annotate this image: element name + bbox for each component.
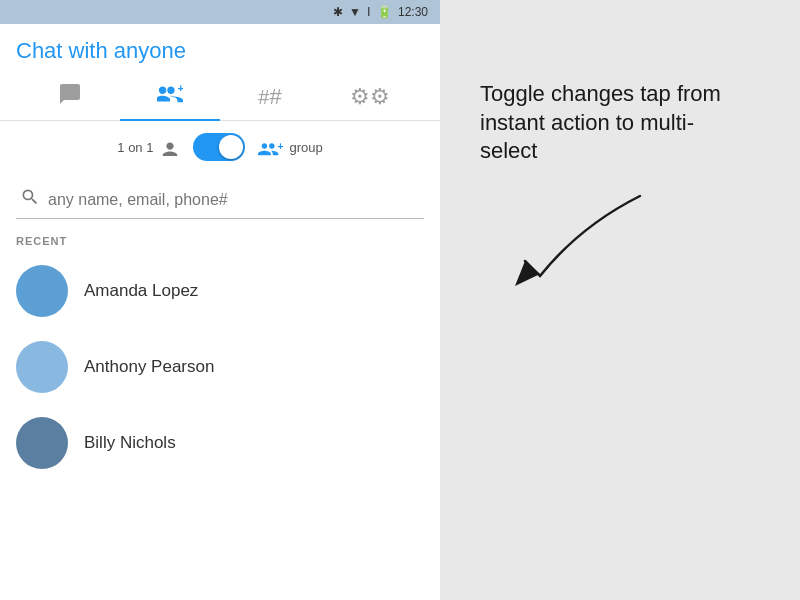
tab-chat[interactable]: [20, 72, 120, 120]
toggle-switch[interactable]: [193, 133, 245, 161]
hash-icon: #: [258, 84, 281, 110]
app-content: Chat with anyone + #: [0, 24, 440, 600]
settings-icon: ⚙: [350, 84, 390, 110]
contact-list: Amanda Lopez Anthony Pearson Billy Nicho…: [0, 253, 440, 600]
contact-name-amanda: Amanda Lopez: [84, 281, 198, 301]
svg-text:+: +: [278, 141, 284, 152]
annotation-text: Toggle changes tap from instant action t…: [480, 80, 740, 166]
status-bar: ✱ ▼ Ⅰ 🔋 12:30: [0, 0, 440, 24]
status-time: 12:30: [398, 5, 428, 19]
bluetooth-icon: ✱: [333, 5, 343, 19]
avatar-amanda: [16, 265, 68, 317]
search-bar: [16, 181, 424, 219]
annotation-panel: Toggle changes tap from instant action t…: [440, 0, 800, 600]
bars-icon: Ⅰ: [367, 5, 371, 19]
toggle-right-text: group: [289, 140, 322, 155]
recent-section-label: RECENT: [0, 223, 440, 253]
phone-panel: ✱ ▼ Ⅰ 🔋 12:30 Chat with anyone: [0, 0, 440, 600]
chat-bubble-icon: [58, 82, 82, 112]
page-title: Chat with anyone: [16, 38, 424, 64]
signal-icon: ▼: [349, 5, 361, 19]
toggle-label-left: 1 on 1: [117, 138, 181, 156]
avatar-billy: [16, 417, 68, 469]
tab-add-contact[interactable]: +: [120, 72, 220, 120]
contact-item-amanda[interactable]: Amanda Lopez: [0, 253, 440, 329]
annotation-arrow-icon: [480, 186, 680, 326]
avatar-anthony: [16, 341, 68, 393]
search-icon: [20, 187, 40, 212]
toggle-row: 1 on 1 + group: [0, 121, 440, 173]
contact-item-anthony[interactable]: Anthony Pearson: [0, 329, 440, 405]
battery-icon: 🔋: [377, 5, 392, 19]
toggle-knob: [219, 135, 243, 159]
contact-name-anthony: Anthony Pearson: [84, 357, 214, 377]
svg-text:+: +: [177, 82, 183, 94]
toggle-label-right: + group: [257, 138, 322, 156]
group-icon: +: [257, 138, 283, 156]
person-add-icon: +: [157, 82, 183, 112]
tab-hash[interactable]: #: [220, 74, 320, 118]
search-input[interactable]: [48, 191, 420, 209]
arrow-container: [480, 186, 680, 330]
person-icon: [159, 138, 181, 156]
contact-name-billy: Billy Nichols: [84, 433, 176, 453]
app-header: Chat with anyone: [0, 24, 440, 72]
tab-bar: + # ⚙: [0, 72, 440, 121]
toggle-left-text: 1 on 1: [117, 140, 153, 155]
tab-settings[interactable]: ⚙: [320, 74, 420, 118]
contact-item-billy[interactable]: Billy Nichols: [0, 405, 440, 481]
